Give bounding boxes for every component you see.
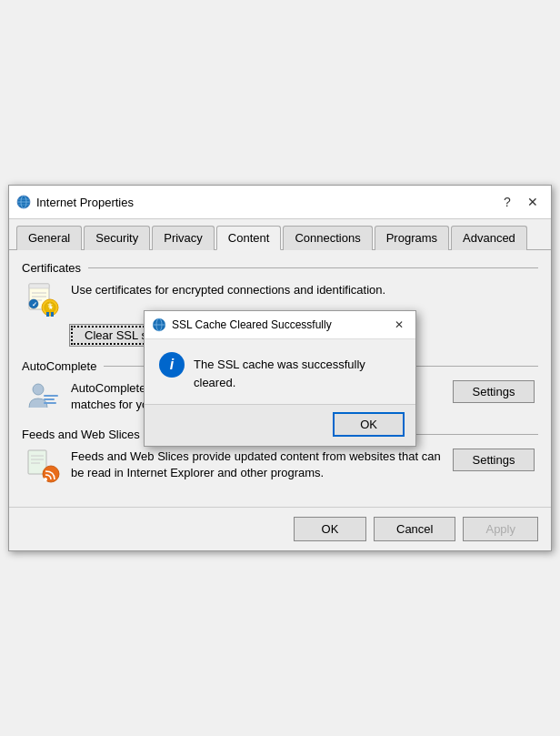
dialog-overlay: SSL Cache Cleared Successfully ✕ i The S… — [9, 250, 551, 507]
dialog-title-bar: SSL Cache Cleared Successfully ✕ — [145, 311, 415, 339]
info-icon: i — [159, 352, 185, 378]
title-bar-controls: ? ✕ — [496, 191, 544, 213]
tab-connections[interactable]: Connections — [283, 226, 372, 250]
tab-content[interactable]: Content — [216, 226, 282, 250]
window-icon — [16, 195, 31, 209]
ok-button[interactable]: OK — [294, 517, 366, 541]
dialog-footer: OK — [145, 404, 415, 446]
dialog-message: The SSL cache was successfully cleared. — [194, 352, 401, 391]
footer: OK Cancel Apply — [9, 507, 551, 550]
window-title: Internet Properties — [36, 196, 496, 209]
tab-advanced[interactable]: Advanced — [451, 226, 527, 250]
dialog-ok-button[interactable]: OK — [333, 412, 405, 437]
dialog-title: SSL Cache Cleared Successfully — [172, 318, 390, 331]
tab-general[interactable]: General — [16, 226, 82, 250]
dialog-body: i The SSL cache was successfully cleared… — [145, 339, 415, 404]
content-area: Certificates — [9, 250, 551, 507]
cancel-button[interactable]: Cancel — [374, 517, 455, 541]
help-button[interactable]: ? — [496, 191, 518, 213]
tab-bar: General Security Privacy Content Connect… — [9, 219, 551, 250]
apply-button[interactable]: Apply — [463, 517, 538, 541]
tab-security[interactable]: Security — [84, 226, 150, 250]
dialog-window-icon — [152, 318, 166, 332]
dialog-close-button[interactable]: ✕ — [390, 316, 408, 334]
ssl-cleared-dialog: SSL Cache Cleared Successfully ✕ i The S… — [144, 310, 416, 447]
close-button[interactable]: ✕ — [522, 191, 544, 213]
internet-properties-window: Internet Properties ? ✕ General Security… — [8, 185, 552, 551]
title-bar: Internet Properties ? ✕ — [9, 186, 551, 219]
tab-programs[interactable]: Programs — [375, 226, 449, 250]
tab-privacy[interactable]: Privacy — [152, 226, 215, 250]
